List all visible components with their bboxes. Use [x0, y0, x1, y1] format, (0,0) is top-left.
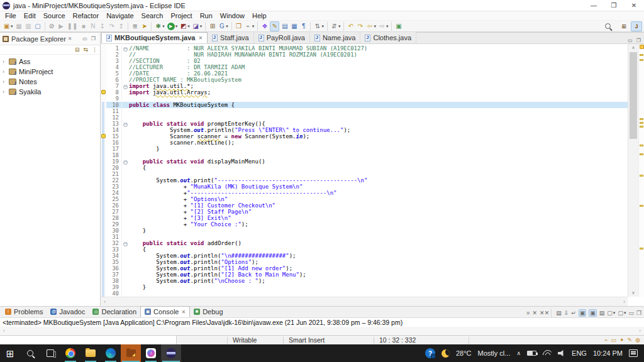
save-all-button[interactable]: ▥ — [25, 21, 33, 31]
show-breadcrumb-button[interactable]: ▦ — [290, 21, 298, 31]
dropdown-arrow-icon[interactable]: ▾ — [338, 24, 341, 29]
save-button[interactable]: ▦ — [15, 21, 23, 31]
tab-debug[interactable]: ✱Debug — [190, 306, 226, 317]
tab-javadoc[interactable]: @Javadoc — [47, 306, 89, 317]
warning-marker-icon[interactable] — [640, 153, 643, 155]
maximize-button[interactable]: ❐ — [604, 0, 624, 11]
editor-maximize-icon[interactable]: ❐ — [635, 38, 643, 43]
weather-label[interactable]: Mostly cl... — [478, 349, 511, 357]
tab-declaration[interactable]: ◎Declaration — [89, 306, 140, 317]
open-console-button[interactable]: ▢▾ — [618, 310, 626, 316]
external-tools-button[interactable]: ⌁▾ — [244, 21, 255, 31]
search-icon[interactable] — [605, 23, 611, 29]
show-stdout-button[interactable]: ▣ — [579, 309, 587, 317]
warning-marker-icon[interactable] — [640, 126, 643, 128]
display-console-button[interactable]: ▢▾ — [607, 310, 615, 316]
show-paragraph-button[interactable]: ¶ — [299, 21, 308, 31]
collapse-icon[interactable]: − — [123, 47, 128, 52]
taskbar-itunes-button[interactable]: ♪ — [141, 344, 161, 362]
editor-tab-clothes-java[interactable]: Clothes.java — [360, 32, 416, 43]
dropdown-arrow-icon[interactable]: ▾ — [624, 310, 626, 315]
view-maximize-icon[interactable]: ❐ — [89, 36, 97, 41]
run-button[interactable]: ▶▾ — [167, 21, 179, 31]
volume-icon[interactable] — [558, 350, 565, 356]
editor-tab-mkboutiquesystem-java[interactable]: MKBoutiqueSystem.java✕ — [101, 32, 208, 43]
terminate-button[interactable]: ■ — [526, 310, 530, 316]
minimize-button[interactable]: ▭ — [628, 310, 634, 316]
profile-button[interactable]: ◪▾ — [192, 21, 203, 31]
menu-search[interactable]: Search — [138, 12, 167, 19]
weather-moon-icon[interactable] — [441, 349, 450, 358]
taskbar-task-view-button[interactable] — [40, 344, 60, 362]
pin-console-button[interactable]: ▤ — [599, 310, 605, 316]
filter-button[interactable]: ⇵▾ — [330, 21, 341, 31]
warning-marker-icon[interactable] — [640, 248, 643, 250]
expand-arrow-icon[interactable]: › — [3, 79, 9, 85]
horizontal-scrollbar[interactable]: ‹ › — [101, 297, 628, 306]
sidebar-item-ass[interactable]: ›Ass — [0, 57, 100, 67]
overview-ruler[interactable] — [638, 44, 644, 297]
dropdown-arrow-icon[interactable]: ▾ — [252, 24, 255, 29]
editor-tab-payroll-java[interactable]: PayRoll.java — [254, 32, 310, 43]
dropdown-arrow-icon[interactable]: ▾ — [321, 24, 324, 29]
collapse-icon[interactable]: − — [123, 160, 128, 165]
menu-help[interactable]: Help — [248, 12, 270, 19]
skip-breakpoints-button[interactable]: ⊘ — [48, 21, 56, 31]
open-type-button[interactable]: G▾ — [218, 21, 229, 31]
menu-edit[interactable]: Edit — [20, 12, 40, 19]
taskbar-chrome-button[interactable] — [60, 344, 80, 362]
view-menu-icon[interactable]: ⋮ — [92, 47, 97, 53]
java-element-button[interactable]: ❖ — [260, 21, 269, 31]
dropdown-arrow-icon[interactable]: ▾ — [226, 24, 228, 29]
warning-marker-icon[interactable] — [640, 54, 643, 56]
link-with-editor-icon[interactable]: ⇆ — [83, 47, 88, 53]
editor-tab-name-java[interactable]: Name.java — [310, 32, 361, 43]
console-scrollbar[interactable]: ‹ › — [0, 327, 644, 334]
print-button[interactable]: ▢ — [34, 21, 42, 31]
warning-marker-icon[interactable] — [640, 59, 643, 61]
dropdown-arrow-icon[interactable]: ▾ — [187, 24, 190, 29]
open-resource-button[interactable]: ❐ — [235, 21, 243, 31]
tray-expand-icon[interactable]: ∧ — [516, 350, 521, 356]
disconnect-button[interactable]: N — [89, 21, 97, 31]
menu-file[interactable]: File — [1, 12, 20, 19]
close-button[interactable]: ✕ — [624, 0, 644, 11]
scroll-lock-button[interactable]: ⇩ — [564, 310, 569, 316]
show-whitespace-button[interactable]: ≣ — [131, 21, 139, 31]
word-wrap-button[interactable]: ↵ — [571, 310, 576, 316]
new-java-project-button[interactable]: ⊞ — [208, 21, 216, 31]
dropdown-arrow-icon[interactable]: ▾ — [162, 24, 165, 29]
collapse-icon[interactable]: − — [123, 123, 128, 127]
taskbar-start-button[interactable]: ⊞ — [0, 344, 20, 362]
language-label[interactable]: ENG — [572, 349, 587, 357]
warning-marker-icon[interactable] — [640, 145, 643, 146]
editor-minimize-icon[interactable]: ▭ — [626, 38, 635, 43]
scroll-up-icon[interactable]: ∧ — [628, 44, 638, 52]
sidebar-item-syakila[interactable]: ›Syakila — [0, 87, 100, 97]
code-editor[interactable]: 1−//NAME : NUR ALEEYA SYAKILA BINTI MUHA… — [101, 44, 628, 297]
show-stderr-button[interactable]: ▣ — [589, 309, 597, 317]
search-flashlight-button[interactable]: ➤ — [140, 21, 148, 31]
terminate-button[interactable]: ■ — [79, 21, 87, 31]
collapse-all-icon[interactable]: ⊟ — [75, 47, 80, 53]
menu-window[interactable]: Window — [216, 12, 248, 19]
step-return-button[interactable]: ↥ — [117, 21, 125, 31]
remove-all-launches-button[interactable]: ✕✕ — [540, 310, 549, 316]
tab-close-icon[interactable]: ✕ — [181, 309, 186, 315]
warning-marker-icon[interactable] — [640, 118, 643, 120]
pin-editor-button[interactable]: ▣ — [394, 21, 402, 31]
warning-marker-icon[interactable] — [640, 122, 643, 124]
view-close-icon[interactable]: ✕ — [68, 36, 72, 41]
warning-marker-icon[interactable] — [640, 205, 643, 207]
mark-occurrences-button[interactable]: ✎ — [270, 21, 279, 31]
step-over-button[interactable]: ↷ — [108, 21, 116, 31]
clear-console-button[interactable]: ▤ — [556, 310, 562, 316]
dropdown-arrow-icon[interactable]: ▾ — [200, 24, 203, 29]
debug-button[interactable]: ✱▾ — [154, 21, 165, 31]
maximize-button[interactable]: ❐ — [636, 310, 641, 316]
sidebar-item-notes[interactable]: ›Notes — [0, 77, 100, 87]
java-status-icon[interactable]: ⌁ — [604, 337, 608, 343]
new-wizard-button[interactable]: ▣▾ — [3, 21, 14, 31]
battery-icon[interactable] — [527, 351, 536, 356]
menu-project[interactable]: Project — [167, 12, 196, 19]
